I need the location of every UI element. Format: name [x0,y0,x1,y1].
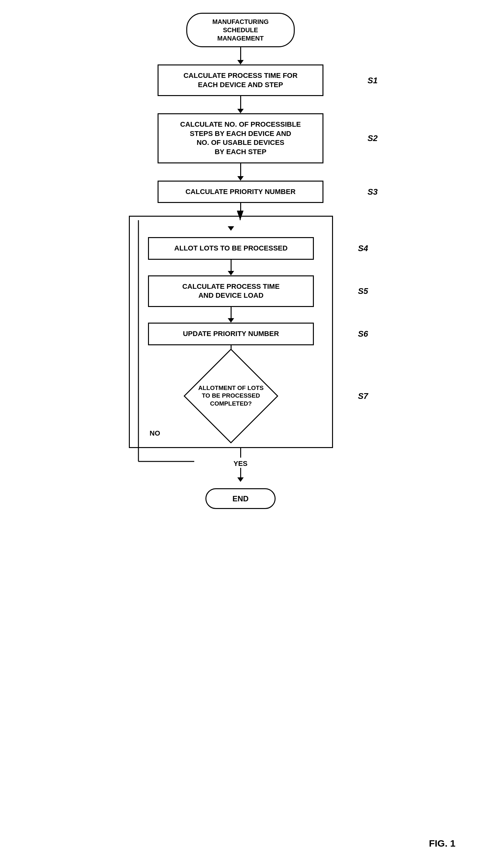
s7-row: ALLOTMENT OF LOTSTO BE PROCESSEDCOMPLETE… [119,361,343,431]
s5-label: S5 [358,286,368,296]
s7-diamond-container: ALLOTMENT OF LOTSTO BE PROCESSEDCOMPLETE… [148,361,314,431]
start-node: MANUFACTURINGSCHEDULEMANAGEMENT [186,13,295,47]
no-label: NO [150,429,160,437]
s4-label: S4 [358,244,368,253]
connector-1 [240,47,241,60]
arrow-6 [228,318,234,322]
yes-exit: YES [129,448,352,482]
arrow-1 [237,60,244,64]
s2-box: CALCULATE NO. OF PROCESSIBLESTEPS BY EAC… [158,113,323,163]
arrow-3 [237,176,244,181]
arrow-5 [228,271,234,275]
loop-entry-arrow [228,226,234,231]
s7-label: S7 [358,391,368,401]
s1-row: CALCULATE PROCESS TIME FOREACH DEVICE AN… [129,64,352,96]
connector-yes2 [240,468,241,477]
connector-5 [231,260,231,271]
s3-label: S3 [367,187,378,196]
s1-box: CALCULATE PROCESS TIME FOREACH DEVICE AN… [158,64,323,96]
connector-3 [240,163,241,176]
connector-2 [240,96,241,109]
s7-diamond-text: ALLOTMENT OF LOTSTO BE PROCESSEDCOMPLETE… [148,361,314,431]
arrow-yes [237,477,244,482]
s5-row: CALCULATE PROCESS TIMEAND DEVICE LOAD S5 [119,275,343,307]
loop-section: ALLOT LOTS TO BE PROCESSED S4 CALCULATE … [129,216,352,482]
s3-box: CALCULATE PRIORITY NUMBER [158,181,323,203]
s6-box: UPDATE PRIORITY NUMBER [148,322,314,345]
s6-row: UPDATE PRIORITY NUMBER S6 [119,322,343,345]
s3-row: CALCULATE PRIORITY NUMBER S3 [129,181,352,203]
end-node-row: END [129,488,352,509]
s5-box: CALCULATE PROCESS TIMEAND DEVICE LOAD [148,275,314,307]
s4-row: ALLOT LOTS TO BE PROCESSED S4 [119,237,343,260]
figure-label: FIG. 1 [429,838,455,849]
s2-label: S2 [367,133,378,143]
s6-label: S6 [358,329,368,339]
start-node-row: MANUFACTURINGSCHEDULEMANAGEMENT [129,13,352,47]
connector-4 [240,203,241,216]
end-node: END [205,488,276,509]
s4-box: ALLOT LOTS TO BE PROCESSED [148,237,314,260]
yes-label: YES [233,460,248,468]
s2-row: CALCULATE NO. OF PROCESSIBLESTEPS BY EAC… [129,113,352,163]
arrow-2 [237,109,244,113]
flowchart-diagram: MANUFACTURINGSCHEDULEMANAGEMENT CALCULAT… [97,13,384,509]
no-label-container: NO [148,431,314,437]
connector-6 [231,307,231,318]
connector-yes [240,448,241,458]
s1-label: S1 [367,75,378,85]
loop-border-box: ALLOT LOTS TO BE PROCESSED S4 CALCULATE … [129,216,333,448]
